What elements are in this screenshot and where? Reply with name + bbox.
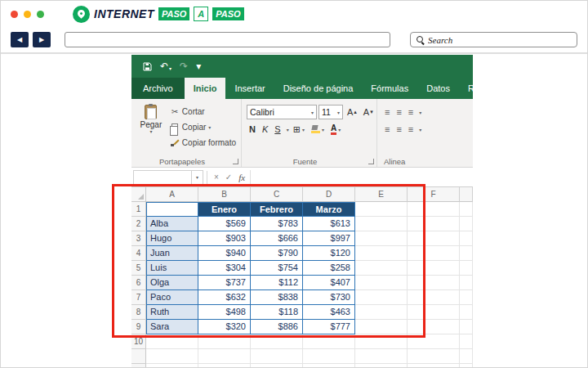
back-button[interactable]: ◀ — [11, 32, 29, 47]
column-header-a[interactable]: A — [146, 187, 198, 202]
cell-b8[interactable]: $498 — [198, 305, 251, 320]
cell-d10[interactable] — [303, 334, 355, 349]
cell-e3[interactable] — [355, 231, 408, 246]
cell-c10[interactable] — [251, 334, 303, 349]
align-middle-icon[interactable]: ≡ — [394, 107, 403, 117]
qat-menu-button[interactable]: ▾ — [196, 61, 201, 71]
cell-f5[interactable] — [408, 261, 460, 276]
name-box[interactable] — [133, 170, 192, 185]
cell-d2[interactable]: $613 — [303, 217, 355, 231]
cell-d3[interactable]: $997 — [303, 231, 355, 246]
address-input[interactable] — [65, 32, 390, 47]
cut-button[interactable]: ✂ Cortar — [170, 105, 236, 119]
cell-c12[interactable] — [251, 364, 303, 368]
align-bottom-icon[interactable]: ≡ — [406, 107, 416, 117]
tab-inicio[interactable]: Inicio — [185, 78, 226, 99]
cell-e11[interactable] — [355, 349, 408, 364]
cell-a1[interactable] — [146, 202, 198, 217]
cell-a9[interactable]: Sara — [146, 320, 198, 334]
increase-font-button[interactable]: A ▴ — [345, 105, 359, 119]
cell-d5[interactable]: $258 — [303, 261, 355, 276]
cell-d6[interactable]: $407 — [303, 276, 355, 290]
cell-b1[interactable]: Enero — [198, 202, 251, 217]
italic-button[interactable]: K — [260, 123, 270, 137]
row-header-4[interactable]: 4 — [131, 246, 146, 261]
cell-a7[interactable]: Paco — [146, 290, 198, 305]
cell-f8[interactable] — [408, 305, 460, 320]
cell-c11[interactable] — [251, 349, 303, 364]
cell-f3[interactable] — [408, 231, 460, 246]
fill-color-button[interactable]: ▾ — [309, 123, 327, 137]
forward-button[interactable]: ▶ — [33, 32, 51, 47]
traffic-light-red-icon[interactable] — [11, 11, 18, 18]
save-button[interactable] — [143, 62, 152, 71]
row-header-5[interactable]: 5 — [131, 261, 146, 276]
bold-button[interactable]: N — [247, 123, 258, 137]
borders-button[interactable]: ⊞ ▾ — [291, 123, 307, 137]
cell-d11[interactable] — [303, 349, 355, 364]
cell-f1[interactable] — [408, 202, 460, 217]
cell-c4[interactable]: $790 — [251, 246, 303, 261]
tab-revisar[interactable]: Revisar — [459, 78, 507, 99]
underline-button[interactable]: S — [272, 123, 283, 137]
name-box-caret-icon[interactable]: ▾ — [192, 170, 203, 185]
cell-b9[interactable]: $320 — [198, 320, 251, 334]
row-header-7[interactable]: 7 — [131, 290, 146, 305]
cell-b2[interactable]: $569 — [198, 217, 251, 231]
tab-archivo[interactable]: Archivo — [131, 78, 185, 99]
cell-d7[interactable]: $730 — [303, 290, 355, 305]
row-header-6[interactable]: 6 — [131, 276, 146, 290]
copy-button[interactable]: Copiar ▾ — [170, 120, 236, 134]
cell-e9[interactable] — [355, 320, 408, 334]
cell-f6[interactable] — [408, 276, 460, 290]
traffic-light-yellow-icon[interactable] — [24, 11, 31, 18]
cell-d1[interactable]: Marzo — [303, 202, 355, 217]
column-header-f[interactable]: F — [408, 187, 460, 202]
cell-d12[interactable] — [303, 364, 355, 368]
cell-d8[interactable]: $463 — [303, 305, 355, 320]
cell-f10[interactable] — [408, 334, 460, 349]
cell-a4[interactable]: Juan — [146, 246, 198, 261]
cell-a6[interactable]: Olga — [146, 276, 198, 290]
redo-button[interactable]: ↷ — [180, 61, 188, 71]
cell-c5[interactable]: $754 — [251, 261, 303, 276]
cell-c9[interactable]: $886 — [251, 320, 303, 334]
cell-b4[interactable]: $940 — [198, 246, 251, 261]
enter-button[interactable]: ✓ — [222, 173, 235, 182]
cell-c2[interactable]: $783 — [251, 217, 303, 231]
column-header-d[interactable]: D — [303, 187, 355, 202]
cell-e2[interactable] — [355, 217, 408, 231]
cell-f2[interactable] — [408, 217, 460, 231]
cell-f12[interactable] — [408, 364, 460, 368]
format-painter-button[interactable]: Copiar formato — [170, 136, 236, 150]
cell-e5[interactable] — [355, 261, 408, 276]
cell-a5[interactable]: Luis — [146, 261, 198, 276]
cell-f7[interactable] — [408, 290, 460, 305]
cell-a3[interactable]: Hugo — [146, 231, 198, 246]
cell-b5[interactable]: $304 — [198, 261, 251, 276]
cell-c7[interactable]: $838 — [251, 290, 303, 305]
undo-button[interactable]: ↶ ▾ — [160, 61, 172, 71]
align-center-icon[interactable]: ≡ — [394, 124, 403, 134]
cell-c3[interactable]: $666 — [251, 231, 303, 246]
cell-c6[interactable]: $112 — [251, 276, 303, 290]
column-header-e[interactable]: E — [355, 187, 408, 202]
tab-datos[interactable]: Datos — [417, 78, 459, 99]
align-right-icon[interactable]: ≡ — [406, 124, 416, 134]
cell-f4[interactable] — [408, 246, 460, 261]
cell-b6[interactable]: $737 — [198, 276, 251, 290]
row-header-1[interactable]: 1 — [131, 202, 146, 217]
cell-a11[interactable] — [146, 349, 198, 364]
cell-e1[interactable] — [355, 202, 408, 217]
clipboard-dialog-launcher[interactable] — [233, 159, 238, 164]
tab-diseno-de-pagina[interactable]: Diseño de página — [274, 78, 363, 99]
tab-insertar[interactable]: Insertar — [225, 78, 274, 99]
cell-a10[interactable] — [146, 334, 198, 349]
cell-b10[interactable] — [198, 334, 251, 349]
row-header-10[interactable]: 10 — [131, 334, 146, 349]
cell-e6[interactable] — [355, 276, 408, 290]
cell-a2[interactable]: Alba — [146, 217, 198, 231]
font-color-button[interactable]: A ▾ — [328, 123, 343, 137]
cell-e12[interactable] — [355, 364, 408, 368]
font-name-select[interactable]: Calibri ▾ — [247, 105, 317, 119]
